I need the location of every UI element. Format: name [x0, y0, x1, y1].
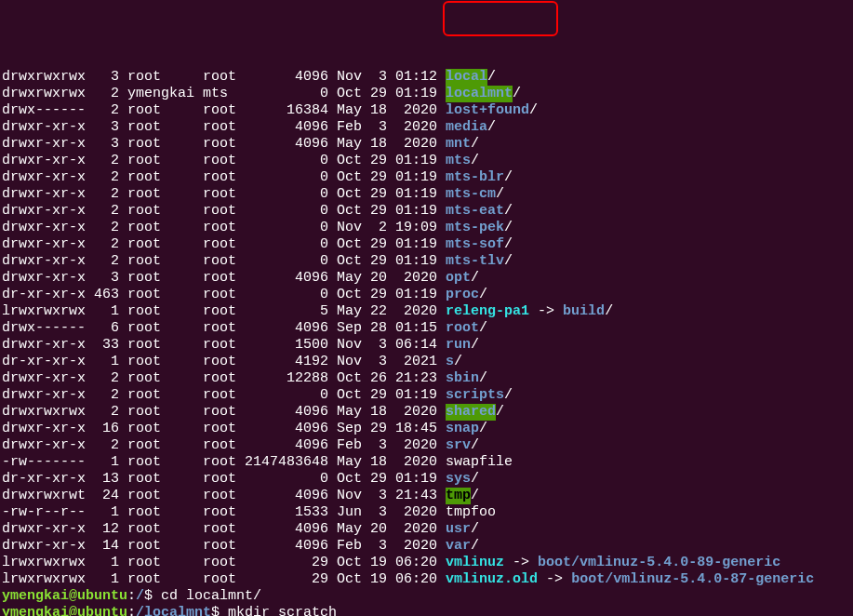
ls-row: drwxrwxrwx 3 root root 4096 Nov 3 01:12 …	[2, 69, 851, 86]
prompt-user: ymengkai@ubuntu	[2, 588, 127, 604]
dir-name: srv	[446, 437, 471, 454]
dir-name: lost+found	[446, 102, 529, 119]
ls-row: -rw-r--r-- 1 root root 1533 Jun 3 2020 t…	[2, 504, 851, 521]
ls-row: drwxr-xr-x 2 root root 0 Nov 2 19:09 mts…	[2, 220, 851, 236]
ls-row: drwxrwxrwt 24 root root 4096 Nov 3 21:43…	[2, 488, 851, 504]
ls-row: drwxr-xr-x 2 root root 12288 Oct 26 21:2…	[2, 370, 851, 387]
ls-row: drwxr-xr-x 2 root root 0 Oct 29 01:19 mt…	[2, 253, 851, 270]
file-name: swapfile	[446, 454, 513, 471]
ls-row: lrwxrwxrwx 1 root root 29 Oct 19 06:20 v…	[2, 555, 851, 571]
ls-row: drwxr-xr-x 3 root root 4096 Feb 3 2020 m…	[2, 119, 851, 136]
ls-row: -rw------- 1 root root 2147483648 May 18…	[2, 454, 851, 471]
dir-name: mts	[446, 153, 471, 169]
dir-name: media	[446, 119, 487, 136]
prompt-dollar: $	[144, 588, 161, 604]
prompt-dollar: $	[211, 605, 228, 616]
dir-name: var	[446, 538, 471, 555]
ls-row: drwxr-xr-x 16 root root 4096 Sep 29 18:4…	[2, 421, 851, 437]
dir-name: mts-blr	[446, 169, 504, 186]
dir-name-highlighted: shared	[446, 404, 496, 421]
file-name: tmpfoo	[446, 504, 496, 521]
dir-name: mnt	[446, 136, 471, 153]
prompt-path: /	[136, 588, 144, 604]
ls-row: drwxr-xr-x 2 root root 0 Oct 29 01:19 sc…	[2, 387, 851, 404]
dir-name: root	[446, 320, 479, 337]
dir-name: s	[446, 354, 454, 370]
symlink-name: vmlinuz	[446, 555, 504, 571]
dir-name: run	[446, 337, 471, 354]
dir-name: mts-eat	[446, 203, 504, 220]
prompt-line[interactable]: ymengkai@ubuntu:/$ cd localmnt/	[2, 588, 851, 605]
prompt-line[interactable]: ymengkai@ubuntu:/localmnt$ mkdir scratch	[2, 605, 851, 616]
ls-row: drwxr-xr-x 14 root root 4096 Feb 3 2020 …	[2, 538, 851, 555]
dir-name: snap	[446, 421, 479, 437]
ls-row: dr-xr-xr-x 463 root root 0 Oct 29 01:19 …	[2, 287, 851, 303]
ls-row: drwxrwxrwx 2 root root 4096 May 18 2020 …	[2, 404, 851, 421]
ls-row: drwxr-xr-x 12 root root 4096 May 20 2020…	[2, 521, 851, 538]
red-highlight-box	[443, 1, 558, 36]
symlink-name: vmlinuz.old	[446, 571, 538, 588]
dir-name: mts-cm	[446, 186, 496, 203]
ls-row: drwxr-xr-x 2 root root 0 Oct 29 01:19 mt…	[2, 203, 851, 220]
command-text: cd localmnt/	[161, 588, 261, 604]
dir-name: opt	[446, 270, 471, 287]
prompt-user: ymengkai@ubuntu	[2, 605, 127, 616]
ls-row: dr-xr-xr-x 1 root root 4192 Nov 3 2021 s…	[2, 354, 851, 370]
dir-name-highlighted: local	[446, 69, 487, 86]
terminal-output[interactable]: drwxrwxrwx 3 root root 4096 Nov 3 01:12 …	[2, 69, 851, 616]
ls-row: drwxrwxrwx 2 ymengkai mts 0 Oct 29 01:19…	[2, 86, 851, 102]
ls-row: drwx------ 6 root root 4096 Sep 28 01:15…	[2, 320, 851, 337]
ls-row: drwxr-xr-x 2 root root 0 Oct 29 01:19 mt…	[2, 169, 851, 186]
dir-name: scripts	[446, 387, 504, 404]
dir-name: sbin	[446, 370, 479, 387]
ls-row: dr-xr-xr-x 13 root root 0 Oct 29 01:19 s…	[2, 471, 851, 488]
ls-row: drwxr-xr-x 2 root root 0 Oct 29 01:19 mt…	[2, 236, 851, 253]
dir-name: usr	[446, 521, 471, 538]
ls-row: drwxr-xr-x 2 root root 4096 Feb 3 2020 s…	[2, 437, 851, 454]
command-text: mkdir scratch	[228, 605, 337, 616]
ls-row: drwx------ 2 root root 16384 May 18 2020…	[2, 102, 851, 119]
ls-row: drwxr-xr-x 2 root root 0 Oct 29 01:19 mt…	[2, 153, 851, 169]
ls-row: lrwxrwxrwx 1 root root 29 Oct 19 06:20 v…	[2, 571, 851, 588]
prompt-path: /localmnt	[136, 605, 211, 616]
ls-row: lrwxrwxrwx 1 root root 5 May 22 2020 rel…	[2, 303, 851, 320]
ls-row: drwxr-xr-x 33 root root 1500 Nov 3 06:14…	[2, 337, 851, 354]
dir-name: mts-sof	[446, 236, 504, 253]
ls-row: drwxr-xr-x 3 root root 4096 May 18 2020 …	[2, 136, 851, 153]
ls-row: drwxr-xr-x 2 root root 0 Oct 29 01:19 mt…	[2, 186, 851, 203]
dir-name: mts-tlv	[446, 253, 504, 270]
ls-row: drwxr-xr-x 3 root root 4096 May 20 2020 …	[2, 270, 851, 287]
dir-name: sys	[446, 471, 471, 488]
dir-name: mts-pek	[446, 220, 504, 236]
dir-name-highlighted: localmnt	[446, 86, 513, 102]
symlink-name: releng-pa1	[446, 303, 529, 320]
dir-name: proc	[446, 287, 479, 303]
dir-name-sticky: tmp	[446, 488, 471, 504]
